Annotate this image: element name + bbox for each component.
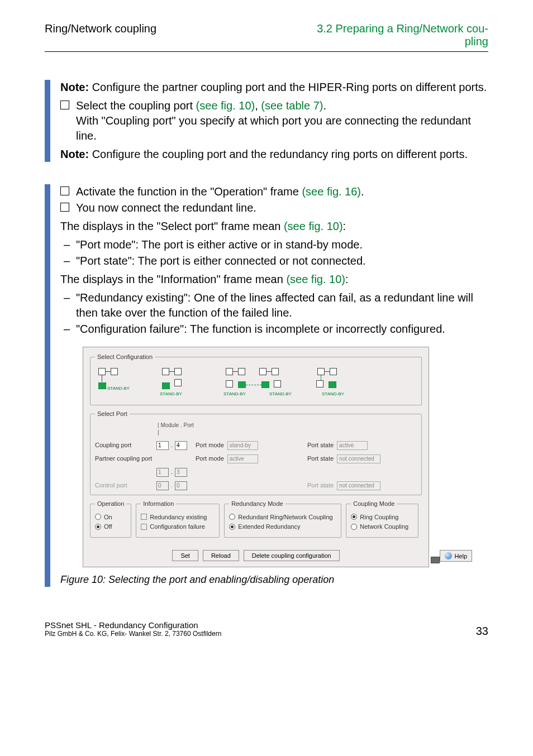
help-icon [445, 552, 452, 559]
check1-text: Select the coupling port [76, 99, 196, 112]
redundancy-mode-legend: Redundancy Mode [229, 500, 285, 508]
coupling-mode-value: stand-by [227, 441, 258, 450]
coupling-mode-fieldset: Coupling Mode Ring Coupling Network Coup… [346, 500, 418, 538]
scrollbar-indicator[interactable] [431, 557, 440, 563]
d2-li2: "Configuration failure": The function is… [60, 322, 488, 337]
check1-end: . [323, 99, 327, 112]
checkbox-icon [141, 514, 147, 520]
d1-li1: "Port mode": The port is either active o… [60, 237, 488, 252]
checkbox-icon [141, 524, 147, 530]
redundancy-existing-check: Redundancy existing [141, 513, 215, 521]
redundancy-mode-opt2-label: Extended Redundancy [238, 523, 300, 531]
radio-icon [95, 524, 101, 530]
coupling-port-input[interactable] [175, 441, 187, 450]
coupling-module-input[interactable] [156, 441, 169, 450]
redundancy-mode-opt1-label: Redundant Ring/Network Coupling [238, 513, 332, 521]
link-table7[interactable]: (see table 7) [261, 99, 323, 112]
standby-label-3b: STAND-BY [269, 391, 292, 398]
control-state-label: Port state [307, 481, 334, 490]
coupling-mode-opt2[interactable]: Network Coupling [351, 523, 413, 531]
information-fieldset: Information Redundancy existing Configur… [136, 500, 220, 538]
disp1-a: The displays in the "Select port" frame … [60, 220, 284, 232]
figure-caption: Figure 10: Selecting the port and enabli… [60, 573, 488, 586]
link-fig16[interactable]: (see fig. 16) [302, 185, 361, 198]
page-number: 33 [476, 625, 488, 638]
redundancy-mode-opt1[interactable]: Redundant Ring/Network Coupling [229, 513, 336, 521]
help-button[interactable]: Help [440, 550, 472, 562]
partner-mode-value: active [227, 454, 258, 463]
standby-label-1: STAND-BY [107, 386, 130, 392]
set-button[interactable]: Set [172, 550, 198, 561]
disp2-end: : [345, 273, 349, 285]
radio-icon [229, 524, 235, 530]
footer-line1: PSSnet SHL - Redundancy Configuration [45, 620, 221, 630]
partner-module-input [156, 468, 169, 477]
configuration-failure-label: Configuration failure [150, 523, 204, 531]
check2-text: Activate the function in the "Operation"… [76, 185, 302, 198]
coupling-mode-label: Port mode [196, 441, 224, 449]
module-port-header: | Module . Port | [156, 422, 196, 437]
radio-icon [351, 514, 357, 520]
note2-label: Note: [60, 148, 89, 160]
d1-li2: "Port state": The port is either connect… [60, 253, 488, 269]
content-block-2: Activate the function in the "Operation"… [45, 184, 488, 587]
page-footer: PSSnet SHL - Redundancy Configuration Pi… [45, 620, 488, 638]
check1-sep: , [255, 99, 261, 112]
redundancy-existing-label: Redundancy existing [150, 513, 207, 521]
standby-label-3a: STAND-BY [223, 391, 246, 398]
coupling-port-label: Coupling port [95, 441, 156, 449]
coupling-state-label: Port state [307, 441, 334, 449]
check3-text: You now connect the redundant line. [60, 200, 488, 216]
header-right-l1: 3.2 Preparing a Ring/Network cou- [317, 22, 488, 35]
radio-icon [229, 514, 235, 520]
header-left: Ring/Network coupling [45, 22, 156, 48]
config-diagrams[interactable]: STAND-BY STAND-BY [95, 365, 417, 400]
config-option-2[interactable]: STAND-BY [160, 367, 210, 398]
select-configuration-fieldset: Select Configuration STAND-BY [90, 353, 422, 405]
standby-label-2: STAND-BY [160, 391, 182, 398]
control-module-input [156, 481, 169, 490]
redundancy-mode-fieldset: Redundancy Mode Redundant Ring/Network C… [224, 500, 341, 538]
coupling-mode-legend: Coupling Mode [351, 500, 397, 508]
footer-line2: Pilz GmbH & Co. KG, Felix- Wankel Str. 2… [45, 630, 221, 638]
radio-icon [95, 514, 101, 520]
config-option-4[interactable]: STAND-BY [315, 367, 365, 398]
coupling-state-value: active [337, 441, 368, 450]
operation-on-radio[interactable]: On [95, 513, 126, 521]
standby-label-4: STAND-BY [322, 391, 344, 398]
embedded-screenshot: Select Configuration STAND-BY [83, 347, 429, 567]
control-state-value: not connected [337, 481, 380, 490]
link-fig10-a[interactable]: (see fig. 10) [196, 99, 255, 112]
reload-button[interactable]: Reload [203, 550, 239, 561]
operation-legend: Operation [95, 500, 126, 508]
redundancy-mode-opt2[interactable]: Extended Redundancy [229, 523, 336, 531]
operation-off-radio[interactable]: Off [95, 523, 126, 531]
link-fig10-b[interactable]: (see fig. 10) [284, 220, 343, 232]
operation-on-label: On [104, 513, 112, 521]
select-port-legend: Select Port [95, 410, 130, 418]
delete-button[interactable]: Delete coupling configuration [244, 550, 340, 561]
header-rule [45, 51, 488, 52]
control-port-label: Control port [95, 481, 156, 490]
disp2-a: The displays in the "Information" frame … [60, 273, 286, 285]
configuration-failure-check: Configuration failure [141, 523, 215, 531]
config-option-3[interactable]: STAND-BY STAND-BY [223, 367, 302, 398]
help-label: Help [454, 553, 467, 559]
partner-port-label: Partner coupling port [95, 454, 156, 463]
select-configuration-legend: Select Configuration [95, 353, 155, 361]
content-block-1: Note: Configure the partner coupling por… [45, 80, 488, 162]
coupling-mode-opt1-label: Ring Coupling [360, 513, 398, 521]
partner-state-label: Port state [307, 454, 334, 463]
partner-port-input [175, 468, 187, 477]
operation-off-label: Off [104, 523, 112, 531]
coupling-mode-opt2-label: Network Coupling [360, 523, 408, 531]
check2-end: . [361, 185, 364, 198]
link-fig10-c[interactable]: (see fig. 10) [286, 273, 345, 285]
partner-state-value: not connected [337, 454, 380, 463]
operation-fieldset: Operation On Off [90, 500, 131, 538]
note1-label: Note: [60, 81, 89, 93]
check1-sub: With "Coupling port" you specify at whic… [76, 113, 488, 143]
config-option-1[interactable]: STAND-BY [96, 367, 146, 398]
radio-icon [351, 524, 357, 530]
coupling-mode-opt1[interactable]: Ring Coupling [351, 513, 413, 521]
